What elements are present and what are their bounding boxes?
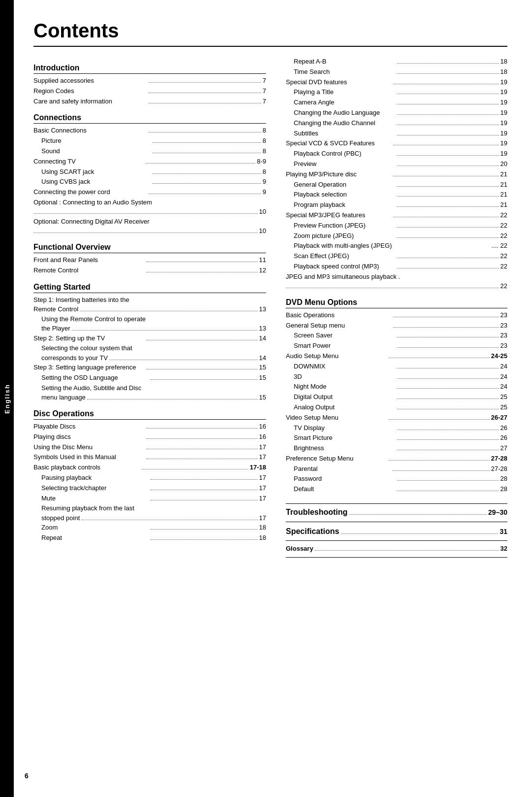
- section-rule-connections: [33, 123, 266, 124]
- toc-entry: Scan Effect (JPEG) 22: [286, 251, 507, 262]
- toc-entry: Sound 8: [33, 146, 266, 157]
- toc-entry: Front and Rear Panels 11: [33, 255, 266, 266]
- toc-entry: Preview Function (JPEG) 22: [286, 221, 507, 231]
- toc-entry: Basic playback controls 17-18: [33, 463, 266, 473]
- toc-entry: Time Search 18: [286, 67, 507, 77]
- toc-entry: Selecting the colour system that corresp…: [33, 343, 266, 363]
- right-column: Repeat A-B 18 Time Search 18 Special DVD…: [286, 57, 507, 560]
- section-troubleshooting: Troubleshooting 29–30: [286, 503, 507, 522]
- side-tab: English: [0, 0, 14, 797]
- toc-entry: General Setup menu 23: [286, 321, 507, 331]
- toc-entry: Basic Operations 23: [286, 310, 507, 321]
- toc-entry: Step 1: Inserting batteries into the Rem…: [33, 295, 266, 314]
- toc-entry: Pausing playback 17: [33, 473, 266, 483]
- toc-entry: Video Setup Menu 26-27: [286, 413, 507, 423]
- right-col-top-entries: Repeat A-B 18 Time Search 18 Special DVD…: [286, 57, 507, 291]
- language-label: English: [3, 384, 11, 414]
- toc-entry: Smart Power 23: [286, 341, 507, 351]
- section-rule-disc-operations: [33, 419, 266, 420]
- toc-entry: Password 28: [286, 474, 507, 484]
- toc-entry: Connecting TV 8-9: [33, 157, 266, 167]
- section-dvd-menu-options: DVD Menu Options Basic Operations 23 Gen…: [286, 298, 507, 495]
- section-rule-troubleshooting: [286, 503, 507, 504]
- toc-entry: Parental 27-28: [286, 464, 507, 474]
- toc-entry: Symbols Used in this Manual 17: [33, 452, 266, 463]
- toc-entry: Playback selection 21: [286, 190, 507, 200]
- toc-entry: Brightness 27: [286, 443, 507, 454]
- toc-entry: Using the Remote Control to operate the …: [33, 314, 266, 333]
- toc-entry: Care and safety information 7: [33, 97, 266, 107]
- two-column-layout: Introduction Supplied accessories 7 Regi…: [33, 57, 507, 560]
- toc-entry: Resuming playback from the last stopped …: [33, 503, 266, 523]
- toc-entry: Setting the Audio, Subtitle and Disc men…: [33, 383, 266, 402]
- toc-entry: 3D 24: [286, 372, 507, 382]
- toc-entry: Repeat A-B 18: [286, 57, 507, 67]
- toc-entry: Camera Angle 19: [286, 98, 507, 108]
- toc-entry: Optional : Connecting to an Audio System…: [33, 198, 266, 217]
- toc-entry: General Operation 21: [286, 180, 507, 190]
- toc-entry: Using CVBS jack 9: [33, 177, 266, 187]
- section-title-functional-overview: Functional Overview: [33, 243, 266, 252]
- toc-entry: JPEG and MP3 simultaneous playback . 22: [286, 272, 507, 291]
- toc-entry: Changing the Audio Channel 19: [286, 118, 507, 129]
- toc-entry: Special MP3/JPEG features 22: [286, 210, 507, 221]
- toc-entry: Special VCD & SVCD Features 19: [286, 138, 507, 149]
- section-rule-getting-started: [33, 293, 266, 293]
- section-title-introduction: Introduction: [33, 64, 266, 72]
- section-specifications: Specifications 31: [286, 525, 507, 541]
- toc-entry: Region Codes 7: [33, 86, 266, 97]
- toc-entry: Repeat 18: [33, 533, 266, 543]
- toc-entry: DOWNMIX 24: [286, 362, 507, 372]
- toc-entry: Using the Disc Menu 17: [33, 442, 266, 453]
- main-content: Contents Introduction Supplied accessori…: [14, 0, 532, 797]
- toc-entry: Subtitles 19: [286, 129, 507, 139]
- toc-entry: Playing MP3/Picture disc 21: [286, 169, 507, 180]
- toc-entry: Playback speed control (MP3) 22: [286, 262, 507, 272]
- toc-entry: Optional: Connecting Digital AV Receiver…: [33, 217, 266, 236]
- toc-entry: Smart Picture 26: [286, 433, 507, 443]
- toc-entry: Night Mode 24: [286, 382, 507, 392]
- section-title-getting-started: Getting Started: [33, 283, 266, 292]
- page-container: English Contents Introduction Supplied a…: [0, 0, 532, 797]
- page-number: 6: [25, 772, 29, 780]
- toc-entry: Preference Setup Menu 27-28: [286, 454, 507, 464]
- toc-entry: Playback Control (PBC) 19: [286, 149, 507, 159]
- toc-entry: Setting the OSD Language 15: [33, 373, 266, 383]
- section-rule-dvd-menu-options: [286, 308, 507, 308]
- toc-entry: Zoom 18: [33, 523, 266, 533]
- section-functional-overview: Functional Overview Front and Rear Panel…: [33, 243, 266, 276]
- toc-entry: Default 28: [286, 484, 507, 495]
- section-title-disc-operations: Disc Operations: [33, 409, 266, 418]
- toc-entry: TV Display 26: [286, 423, 507, 433]
- toc-entry: Mute 17: [33, 494, 266, 504]
- toc-entry: Playable Discs 16: [33, 422, 266, 432]
- toc-entry: Step 2: Setting up the TV 14: [33, 333, 266, 344]
- toc-entry: Picture 8: [33, 136, 266, 146]
- page-title: Contents: [33, 20, 507, 42]
- toc-entry: Basic Connections 8: [33, 126, 266, 136]
- title-divider: [33, 46, 507, 47]
- section-disc-operations: Disc Operations Playable Discs 16 Playin…: [33, 409, 266, 543]
- section-rule-functional-overview: [33, 253, 266, 253]
- section-rule-after-specifications: [286, 540, 507, 541]
- toc-entry: Digital Output 25: [286, 392, 507, 402]
- section-rule-after-glossary: [286, 557, 507, 558]
- toc-entry: Using SCART jack 8: [33, 167, 266, 177]
- toc-entry-troubleshooting: Troubleshooting 29–30: [286, 506, 507, 519]
- toc-entry: Changing the Audio Language 19: [286, 108, 507, 118]
- section-glossary: Glossary 32: [286, 544, 507, 558]
- toc-entry: Playback with multi-angles (JPEG) .... 2…: [286, 241, 507, 251]
- toc-entry-glossary: Glossary 32: [286, 544, 507, 554]
- section-introduction: Introduction Supplied accessories 7 Regi…: [33, 64, 266, 106]
- toc-entry: Remote Control 12: [33, 266, 266, 276]
- toc-entry: Zoom picture (JPEG) 22: [286, 231, 507, 241]
- left-column: Introduction Supplied accessories 7 Regi…: [33, 57, 266, 560]
- section-connections: Connections Basic Connections 8 Picture …: [33, 113, 266, 236]
- toc-entry: Selecting track/chapter 17: [33, 483, 266, 494]
- section-title-dvd-menu-options: DVD Menu Options: [286, 298, 507, 307]
- section-rule-introduction: [33, 73, 266, 74]
- toc-entry: Playing discs 16: [33, 432, 266, 442]
- toc-entry-specifications: Specifications 31: [286, 525, 507, 538]
- toc-entry: Special DVD features 19: [286, 77, 507, 88]
- toc-entry: Connecting the power cord 9: [33, 187, 266, 198]
